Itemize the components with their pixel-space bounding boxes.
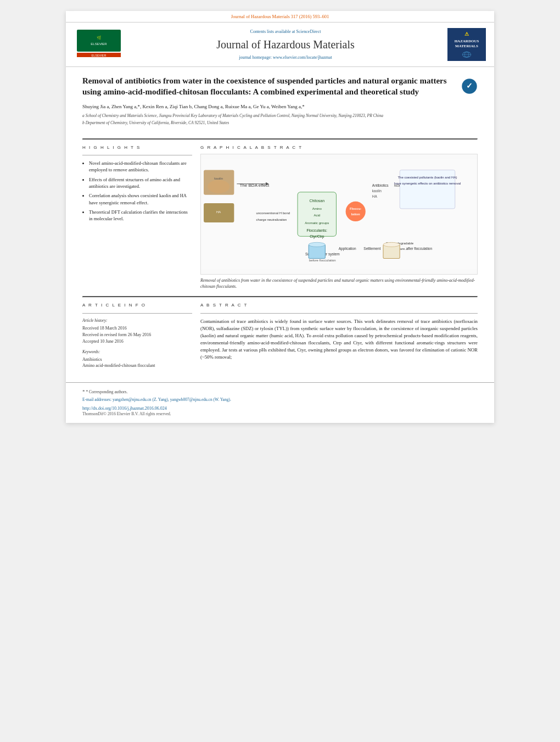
article-content: Removal of antibiotics from water in the… xyxy=(66,67,494,377)
abstract-column: A B S T R A C T Contamination of trace a… xyxy=(200,302,478,369)
highlights-divider xyxy=(82,155,192,155)
svg-text:Flocculants:: Flocculants: xyxy=(307,228,328,232)
article-info-column: A R T I C L E I N F O Article history: R… xyxy=(82,302,192,369)
graphical-abstract-label: G R A P H I C A L A B S T R A C T xyxy=(200,144,478,150)
svg-text:kaolin: kaolin xyxy=(372,189,382,193)
highlights-column: H I G H L I G H T S Novel amino-acid-mod… xyxy=(82,144,192,290)
highlight-item-4: Theoretical DFT calculation clarifies th… xyxy=(89,209,192,222)
svg-text:Aromatic groups: Aromatic groups xyxy=(305,221,329,225)
graphical-abstract-column: G R A P H I C A L A B S T R A C T kaolin… xyxy=(200,144,478,290)
svg-text:✓: ✓ xyxy=(466,82,473,90)
highlight-item-1: Novel amino-acid-modified-chitosan flocc… xyxy=(89,160,192,174)
svg-text:The coexisted pollutants (kaol: The coexisted pollutants (kaolin and HA) xyxy=(397,176,457,179)
svg-text:Chitosan: Chitosan xyxy=(309,199,324,203)
svg-text:kaolin: kaolin xyxy=(214,177,223,180)
keyword-2: Amino acid-modified-chitosan flocculant xyxy=(82,362,192,369)
svg-point-29 xyxy=(346,202,366,221)
journal-ref-text: Journal of Hazardous Materials 317 (2016… xyxy=(231,14,329,19)
article-title-wrapper: Removal of antibiotics from water in the… xyxy=(82,75,456,127)
contents-available-line: Contents lists available at ScienceDirec… xyxy=(129,29,442,35)
highlights-list: Novel amino-acid-modified-chitosan flocc… xyxy=(82,160,192,222)
svg-text:Application: Application xyxy=(339,247,356,251)
accepted-date: Accepted 10 June 2016 xyxy=(82,338,192,345)
svg-text:HA: HA xyxy=(216,210,221,214)
svg-text:have synergetic effects on ant: have synergetic effects on antibiotics r… xyxy=(394,182,461,185)
svg-text:ELSEVIER: ELSEVIER xyxy=(92,54,107,57)
article-info-abstract-section: A R T I C L E I N F O Article history: R… xyxy=(82,302,478,369)
svg-text:The BDA effect: The BDA effect xyxy=(239,183,270,188)
svg-rect-0 xyxy=(77,30,121,52)
journal-reference: Journal of Hazardous Materials 317 (2016… xyxy=(66,11,494,22)
affiliation-a: a School of Chemistry and Materials Scie… xyxy=(82,113,456,119)
footer: * * Corresponding authors. E-mail addres… xyxy=(66,382,494,423)
svg-text:before flocculation: before flocculation xyxy=(309,258,336,261)
article-title: Removal of antibiotics from water in the… xyxy=(82,75,456,98)
svg-text:Amino: Amino xyxy=(312,207,322,210)
svg-point-15 xyxy=(208,180,229,193)
journal-homepage: journal homepage: www.elsevier.com/locat… xyxy=(129,54,442,60)
graphical-abstract-image: kaolin HA The BDA effect unconventional … xyxy=(200,154,478,275)
section-divider xyxy=(82,296,478,298)
doi-link[interactable]: http://dx.doi.org/10.1016/j.jhazmat.2016… xyxy=(82,405,478,411)
hazardous-logo-label1: ⚠ xyxy=(464,31,469,38)
header-center: Contents lists available at ScienceDirec… xyxy=(129,29,442,60)
graphical-abstract-caption: Removal of antibiotics from water in the… xyxy=(200,277,478,289)
article-history-label: Article history: xyxy=(82,318,192,324)
svg-text:after flocculation: after flocculation xyxy=(406,247,433,250)
article-info-label: A R T I C L E I N F O xyxy=(82,302,192,308)
svg-text:Settlement: Settlement xyxy=(363,247,380,250)
keyword-1: Antibiotics xyxy=(82,356,192,362)
hazardous-logo-label3: MATERIALS xyxy=(455,44,478,49)
svg-text:Ctyr/Ctrp: Ctyr/Ctrp xyxy=(310,235,324,239)
email-addresses: E-mail addresses: yangzhen@njnu.edu.cn (… xyxy=(82,397,478,403)
highlights-label: H I G H L I G H T S xyxy=(82,144,192,150)
svg-point-44 xyxy=(309,242,325,247)
affiliation-b: b Department of Chemistry, University of… xyxy=(82,120,456,126)
svg-text:charge neutralization: charge neutralization xyxy=(256,218,287,221)
abstract-divider xyxy=(200,313,478,314)
article-info-divider xyxy=(82,313,192,314)
svg-text:unconventional H bond: unconventional H bond xyxy=(256,211,290,215)
highlights-graphical-section: H I G H L I G H T S Novel amino-acid-mod… xyxy=(82,144,478,290)
keywords-label: Keywords: xyxy=(82,349,192,355)
journal-header: 🌿 ELSEVIER ELSEVIER Contents lists avail… xyxy=(66,22,494,67)
highlight-item-3: Correlation analysis shows coexisted kao… xyxy=(89,192,192,206)
abstract-text: Contamination of trace antibiotics is wi… xyxy=(200,318,478,361)
svg-text:lation: lation xyxy=(351,213,360,216)
article-title-section: Removal of antibiotics from water in the… xyxy=(82,75,478,132)
svg-point-46 xyxy=(383,242,400,247)
svg-text:Antibiotics: Antibiotics xyxy=(372,183,389,187)
journal-title: Journal of Hazardous Materials xyxy=(129,37,442,52)
hazardous-logo-label2: HAZARDOUS xyxy=(455,39,479,44)
svg-text:HA: HA xyxy=(372,194,378,198)
elsevier-logo: 🌿 ELSEVIER ELSEVIER xyxy=(74,27,124,62)
copyright-text: ThomsonDif© 2016 Elsevier B.V. All right… xyxy=(82,411,478,417)
corresponding-authors-note: * * Corresponding authors. xyxy=(82,388,478,395)
abstract-label: A B S T R A C T xyxy=(200,302,478,308)
authors: Shuying Jia a, Zhen Yang a,*, Kexin Ren … xyxy=(82,103,456,110)
crossmark-icon: ✓ xyxy=(461,78,478,94)
svg-text:ELSEVIER: ELSEVIER xyxy=(91,42,107,46)
svg-text:🌿: 🌿 xyxy=(97,35,102,40)
title-divider xyxy=(82,138,478,140)
received-date: Received 18 March 2016 xyxy=(82,325,192,332)
svg-text:Floccu-: Floccu- xyxy=(350,207,361,210)
highlight-item-2: Effects of different structures of amino… xyxy=(89,176,192,190)
page: Journal of Hazardous Materials 317 (2016… xyxy=(66,11,494,423)
svg-text:Acid: Acid xyxy=(313,214,320,217)
hazardous-materials-logo: ⚠ HAZARDOUS MATERIALS xyxy=(447,28,486,61)
received-revised-date: Received in revised form 26 May 2016 xyxy=(82,332,192,338)
